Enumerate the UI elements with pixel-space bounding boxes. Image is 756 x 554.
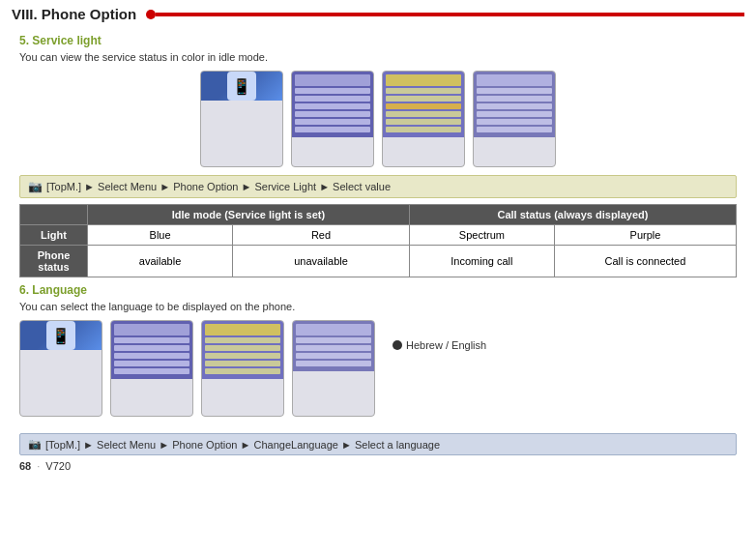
table-row1-header: Light bbox=[20, 225, 88, 246]
phone8-line3 bbox=[296, 353, 371, 359]
section6-desc: You can select the language to be displa… bbox=[19, 301, 737, 312]
page-num-bar: 68 · V720 bbox=[0, 458, 756, 474]
phone3-line5 bbox=[386, 119, 461, 125]
table-row2-header: Phone status bbox=[20, 246, 88, 277]
section6-title: 6. Language bbox=[19, 283, 737, 297]
phone4-line1 bbox=[477, 88, 552, 94]
phone2-line2 bbox=[295, 96, 370, 102]
phone8-line1 bbox=[296, 337, 371, 343]
table-row2-col4: Call is connected bbox=[554, 246, 736, 277]
page-number: 68 bbox=[19, 460, 31, 472]
phone3-line1 bbox=[386, 88, 461, 94]
phone-screen-3 bbox=[383, 72, 464, 137]
phone-icon-1: 📱 bbox=[227, 72, 256, 101]
table-col-idle: Idle mode (Service light is set) bbox=[88, 205, 410, 225]
table-col-call: Call status (always displayed) bbox=[409, 205, 736, 225]
phone7-line5 bbox=[205, 368, 280, 374]
phone3-line4 bbox=[386, 111, 461, 117]
phone-screen-8 bbox=[293, 321, 374, 371]
hebrew-note: Hebrew / English bbox=[383, 320, 486, 351]
phone2-line6 bbox=[295, 127, 370, 132]
phone-image-3 bbox=[382, 71, 465, 167]
table-corner bbox=[20, 205, 88, 225]
phone2-line3 bbox=[295, 103, 370, 109]
phone-image-4 bbox=[473, 71, 556, 167]
section6-instruction-bar: 📷 [TopM.] ► Select Menu ► Phone Option ►… bbox=[19, 433, 737, 455]
phone-screen-4 bbox=[474, 72, 555, 137]
phone8-header bbox=[296, 324, 371, 335]
table-row1-col2: Red bbox=[233, 225, 410, 246]
phone6-line2 bbox=[114, 345, 189, 351]
section5-instruction-text: [TopM.] ► Select Menu ► Phone Option ► S… bbox=[46, 181, 391, 192]
table-row1-col4: Purple bbox=[554, 225, 736, 246]
phone2-line1 bbox=[295, 88, 370, 94]
phone-image-5: 📱 bbox=[19, 320, 102, 417]
phone-screen-7 bbox=[202, 321, 283, 379]
table-row2-col2: unavailable bbox=[233, 246, 410, 277]
phone4-line3 bbox=[477, 103, 552, 109]
section5-title: 5. Service light bbox=[19, 34, 737, 47]
phone-images-row1: 📱 bbox=[19, 71, 737, 167]
section6-phone-images: 📱 bbox=[19, 320, 375, 417]
phone7-line2 bbox=[205, 345, 280, 351]
phone-image-8 bbox=[292, 320, 375, 417]
phone4-line2 bbox=[477, 96, 552, 102]
phone-image-2 bbox=[291, 71, 374, 167]
phone-image-7 bbox=[201, 320, 284, 417]
phone6-line5 bbox=[114, 368, 189, 374]
phone6-header bbox=[114, 324, 189, 335]
phone-icon2: 📷 bbox=[28, 438, 42, 451]
phone-icon: 📷 bbox=[28, 180, 43, 193]
table-row1-col1: Blue bbox=[88, 225, 233, 246]
phone-icon-5: 📱 bbox=[46, 321, 75, 350]
table-row1-col3: Spectrum bbox=[409, 225, 554, 246]
phone-image-1: 📱 bbox=[200, 71, 283, 167]
phone4-header bbox=[477, 74, 552, 86]
phone2-header bbox=[295, 74, 370, 86]
section5-desc: You can view the service status in color… bbox=[19, 51, 737, 63]
phone-image-6 bbox=[110, 320, 193, 417]
phone8-line2 bbox=[296, 345, 371, 351]
phone3-line6 bbox=[386, 127, 461, 132]
phone7-line3 bbox=[205, 353, 280, 359]
phone4-line5 bbox=[477, 119, 552, 125]
page-model: V720 bbox=[45, 460, 71, 472]
phone2-line5 bbox=[295, 119, 370, 125]
header-dot bbox=[146, 10, 156, 19]
phone-screen-6 bbox=[111, 321, 192, 379]
hebrew-dot-icon bbox=[393, 340, 402, 350]
table-row2-col1: available bbox=[88, 246, 233, 277]
service-light-table: Idle mode (Service light is set) Call st… bbox=[19, 204, 737, 277]
phone-screen-1: 📱 bbox=[201, 72, 282, 101]
section5-instruction-bar: 📷 [TopM.] ► Select Menu ► Phone Option ►… bbox=[19, 175, 737, 198]
phone3-header bbox=[386, 74, 461, 86]
phone3-line3 bbox=[386, 103, 461, 109]
header-line bbox=[156, 13, 744, 16]
phone6-line3 bbox=[114, 353, 189, 359]
header-line-container bbox=[146, 10, 744, 19]
phone3-line2 bbox=[386, 96, 461, 102]
section6-instruction-text: [TopM.] ► Select Menu ► Phone Option ► C… bbox=[45, 439, 440, 451]
phone-images-row2: 📱 bbox=[19, 320, 737, 417]
footer-bar: 📷 [TopM.] ► Select Menu ► Phone Option ►… bbox=[0, 430, 756, 458]
phone-screen-5: 📱 bbox=[20, 321, 102, 350]
phone-screen-2 bbox=[292, 72, 373, 137]
table-row2-col3: Incoming call bbox=[409, 246, 554, 277]
phone8-line4 bbox=[296, 361, 371, 366]
phone4-line6 bbox=[477, 127, 552, 132]
phone2-line4 bbox=[295, 111, 370, 117]
phone7-line4 bbox=[205, 361, 280, 366]
page-title: VIII. Phone Option bbox=[12, 6, 136, 22]
phone6-line4 bbox=[114, 361, 189, 366]
phone7-line1 bbox=[205, 337, 280, 343]
phone7-header bbox=[205, 324, 280, 335]
hebrew-note-text: Hebrew / English bbox=[406, 339, 486, 351]
page-header: VIII. Phone Option bbox=[0, 0, 756, 22]
phone4-line4 bbox=[477, 111, 552, 117]
hebrew-bullet: Hebrew / English bbox=[393, 339, 486, 351]
page-content: 5. Service light You can view the servic… bbox=[0, 22, 756, 430]
phone6-line1 bbox=[114, 337, 189, 343]
